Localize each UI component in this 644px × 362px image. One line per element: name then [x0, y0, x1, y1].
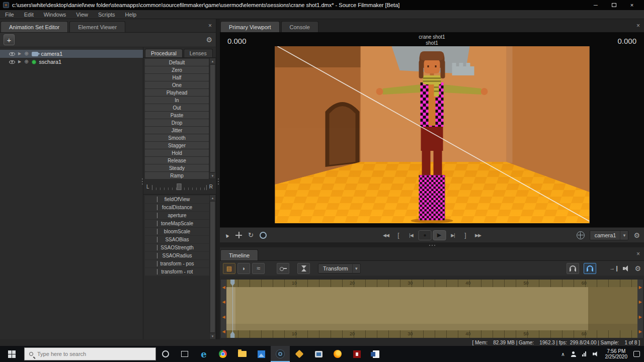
add-circle-icon[interactable]: ⊕ — [24, 51, 28, 56]
taskbar-file-explorer-button[interactable] — [232, 346, 252, 362]
preset-button[interactable]: Drop — [145, 119, 209, 126]
taskbar-search[interactable] — [24, 347, 156, 360]
rotate-tool-icon[interactable] — [248, 231, 254, 239]
scroll-thumb[interactable] — [210, 201, 215, 333]
taskbar-word-button[interactable] — [366, 346, 385, 362]
task-view-button[interactable] — [175, 346, 194, 362]
menu-item[interactable]: File — [0, 10, 19, 19]
taskbar-chrome-button[interactable] — [213, 346, 232, 362]
network-icon[interactable] — [582, 351, 586, 356]
scroll-left-chevrons[interactable] — [221, 280, 226, 338]
property-slider-row[interactable]: transform - rot — [145, 268, 209, 276]
preset-button[interactable]: One — [145, 81, 209, 88]
expand-arrow-icon[interactable]: ▶ — [18, 60, 21, 64]
chevron-down-icon[interactable] — [620, 231, 628, 240]
tab-primary-viewport[interactable]: Primary Viewport — [220, 21, 280, 32]
time-selection-button[interactable] — [297, 263, 310, 274]
taskbar-firefox-button[interactable] — [328, 346, 347, 362]
preset-button[interactable]: In — [145, 97, 209, 104]
camera-dropdown[interactable]: camera1 — [590, 230, 629, 240]
move-tool-icon[interactable] — [235, 232, 242, 238]
preset-button[interactable]: Ramp — [145, 172, 209, 179]
preset-button[interactable]: Zero — [145, 66, 209, 73]
preset-button[interactable]: Steady — [145, 164, 209, 171]
tab-console[interactable]: Console — [281, 21, 318, 32]
rewind-button[interactable]: ◀◀ — [380, 230, 391, 240]
scroll-down-icon[interactable] — [210, 173, 215, 178]
record-button[interactable]: ● — [418, 230, 431, 240]
ruler-top[interactable]: 102030405060 — [226, 280, 637, 287]
timeline-gear-icon[interactable]: ⚙ — [634, 265, 641, 272]
preset-button[interactable]: Out — [145, 104, 209, 111]
maximize-button[interactable] — [605, 1, 623, 10]
property-slider-row[interactable]: focalDistance — [145, 204, 209, 211]
property-slider-row[interactable]: toneMapScale — [145, 220, 209, 227]
property-scrollbar[interactable] — [209, 195, 216, 339]
visibility-eye-icon[interactable] — [9, 52, 15, 56]
taskbar-sfm-button[interactable] — [271, 346, 290, 362]
menu-item[interactable]: Edit — [19, 10, 39, 19]
property-slider-row[interactable]: aperture — [145, 212, 209, 219]
skip-to-end-icon[interactable] — [609, 265, 618, 272]
tray-expand-icon[interactable] — [561, 351, 565, 357]
taskbar-hammer-button[interactable] — [290, 346, 309, 362]
select-tool-icon[interactable] — [224, 232, 229, 238]
add-keyframe-button[interactable] — [277, 263, 289, 274]
preset-button[interactable]: Jitter — [145, 127, 209, 134]
taskbar-adobe-button[interactable] — [347, 346, 366, 362]
tab-procedural[interactable]: Procedural — [145, 49, 183, 57]
add-animation-set-button[interactable]: + — [4, 34, 15, 45]
timeline-track[interactable]: 102030405060 102030405060 — [221, 280, 643, 338]
property-slider-row[interactable]: SSAORadius — [145, 252, 209, 259]
vertical-splitter-grip[interactable] — [216, 175, 220, 183]
graph-editor-mode-button[interactable] — [252, 263, 265, 274]
menu-item[interactable]: Scripts — [93, 10, 120, 19]
preset-button[interactable]: Default — [145, 59, 209, 66]
tree-splitter-grip[interactable] — [140, 175, 144, 183]
scroll-up-icon[interactable] — [210, 58, 215, 64]
tree-row-sschara1[interactable]: ▶ ⊕ sschara1 — [0, 58, 143, 66]
preset-button[interactable]: Half — [145, 74, 209, 81]
search-input[interactable] — [37, 351, 151, 357]
tree-row-camera1[interactable]: ▶ ⊕ camera1 — [0, 50, 143, 58]
menu-item[interactable]: Windows — [39, 10, 71, 19]
preset-button[interactable]: Playhead — [145, 89, 209, 96]
slider-track[interactable] — [152, 184, 207, 190]
expand-arrow-icon[interactable]: ▶ — [18, 52, 21, 56]
scroll-thumb[interactable] — [210, 64, 215, 172]
volume-icon[interactable] — [593, 351, 599, 356]
preset-button[interactable]: Hold — [145, 149, 209, 156]
go-to-out-button[interactable]: ] — [460, 230, 471, 240]
close-panel-icon[interactable]: × — [636, 23, 640, 28]
transform-dropdown[interactable]: Transform — [318, 263, 361, 274]
tree-label-sschara1[interactable]: sschara1 — [39, 59, 62, 65]
viewport-render-canvas[interactable] — [275, 46, 589, 223]
ruler-bottom[interactable]: 102030405060 — [226, 330, 637, 338]
tab-lenses[interactable]: Lenses — [184, 49, 213, 57]
motion-editor-mode-button[interactable] — [237, 263, 250, 274]
chevron-down-icon[interactable] — [352, 264, 360, 273]
close-button[interactable]: × — [623, 1, 641, 10]
close-panel-icon[interactable]: × — [636, 251, 640, 256]
headphones-button[interactable] — [567, 263, 579, 274]
fast-forward-button[interactable]: ▶▶ — [472, 230, 484, 240]
property-slider-row[interactable]: bloomScale — [145, 228, 209, 235]
taskbar-edge-button[interactable] — [194, 346, 213, 362]
property-slider-row[interactable]: transform - pos — [145, 260, 209, 267]
viewport-gear-icon[interactable]: ⚙ — [633, 232, 640, 239]
taskbar-clock[interactable]: 7:56 PM 2/25/2020 — [605, 348, 628, 359]
preset-button[interactable]: Paste — [145, 112, 209, 119]
property-slider-row[interactable]: SSAOBias — [145, 236, 209, 243]
person-icon[interactable] — [571, 351, 576, 357]
timeline-track-main[interactable]: 102030405060 102030405060 — [226, 280, 637, 338]
action-center-icon[interactable] — [633, 351, 640, 357]
minimize-button[interactable]: ─ — [587, 1, 605, 10]
property-slider-row[interactable]: fieldOfView — [145, 196, 209, 203]
screen-select-icon[interactable] — [260, 232, 267, 239]
property-slider-row[interactable]: SSAOStrength — [145, 244, 209, 251]
world-icon[interactable] — [577, 231, 585, 239]
taskbar-movies-button[interactable] — [309, 346, 328, 362]
go-to-in-button[interactable]: [ — [393, 230, 404, 240]
tab-element-viewer[interactable]: Element Viewer — [69, 21, 125, 32]
scroll-down-icon[interactable] — [210, 333, 215, 339]
